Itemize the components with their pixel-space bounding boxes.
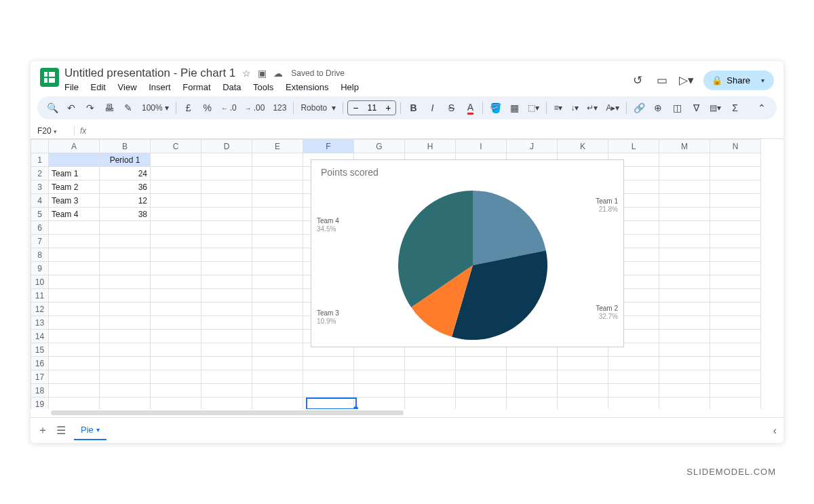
functions-button[interactable]: Σ	[726, 99, 743, 117]
fx-icon: fx	[74, 126, 92, 136]
star-icon[interactable]: ☆	[242, 68, 251, 79]
menu-view[interactable]: View	[118, 82, 137, 92]
embedded-chart[interactable]: Points scored Team 121.8% Team 232.7% Te…	[311, 159, 624, 347]
name-box[interactable]: F20 ▾	[33, 125, 74, 137]
bold-button[interactable]: B	[405, 99, 421, 117]
sheets-app-icon[interactable]	[40, 68, 59, 87]
toolbar: 🔍 ↶ ↷ 🖶 ✎ 100% ▾ £ % ←.0 →.00 123 Roboto…	[37, 96, 777, 119]
sheet-tabs: ＋ ☰ Pie ▾ ‹	[31, 417, 783, 443]
text-rotate-button[interactable]: A▸▾	[603, 99, 622, 117]
menubar: File Edit View Insert Format Data Tools …	[64, 82, 625, 92]
document-title[interactable]: Untitled presentation - Pie chart 1	[64, 66, 235, 80]
decrease-decimals-button[interactable]: ←.0	[218, 99, 239, 117]
add-sheet-button[interactable]: ＋	[37, 423, 48, 438]
chevron-down-icon[interactable]: ▾	[761, 77, 764, 84]
comments-icon[interactable]: ▭	[655, 73, 670, 88]
insert-chart-button[interactable]: ◫	[669, 99, 685, 117]
lock-icon: 🔒	[712, 75, 722, 85]
paint-format-icon[interactable]: ✎	[120, 99, 136, 117]
horizontal-align-button[interactable]: ≡▾	[551, 99, 565, 117]
print-icon[interactable]: 🖶	[101, 99, 117, 117]
separator	[482, 102, 483, 114]
separator	[176, 102, 176, 114]
sheet-tab-active[interactable]: Pie ▾	[74, 421, 106, 440]
horizontal-scrollbar[interactable]	[31, 409, 783, 417]
chevron-down-icon: ▾	[165, 103, 169, 113]
share-button[interactable]: 🔒 Share ▾	[703, 71, 774, 90]
search-menu-icon[interactable]: 🔍	[44, 99, 60, 117]
increase-decimals-button[interactable]: →.00	[242, 99, 268, 117]
watermark: SLIDEMODEL.COM	[686, 467, 776, 477]
insert-comment-button[interactable]: ⊕	[650, 99, 666, 117]
meet-icon[interactable]: ▷▾	[679, 73, 694, 88]
font-size-increase[interactable]: +	[381, 102, 395, 113]
font-size-value[interactable]: 11	[363, 103, 381, 113]
sheet-tab-label: Pie	[81, 425, 94, 435]
pie-label-team2: Team 232.7%	[596, 305, 618, 321]
separator	[400, 102, 401, 114]
app-window: Untitled presentation - Pie chart 1 ☆ ▣ …	[31, 61, 783, 443]
more-formats-button[interactable]: 123	[270, 99, 289, 117]
menu-tools[interactable]: Tools	[253, 82, 273, 92]
zoom-dropdown[interactable]: 100% ▾	[139, 99, 172, 117]
chevron-down-icon: ▾	[332, 103, 336, 113]
chart-title: Points scored	[311, 160, 623, 185]
font-family-dropdown[interactable]: Roboto ▾	[298, 99, 338, 117]
sheet-area: ABCDEFGHIJKLMN1Period 12Team 1243Team 23…	[31, 139, 783, 409]
move-folder-icon[interactable]: ▣	[258, 68, 267, 79]
menu-insert[interactable]: Insert	[149, 82, 171, 92]
percent-button[interactable]: %	[199, 99, 216, 117]
share-label: Share	[726, 75, 750, 85]
vertical-align-button[interactable]: ↓▾	[568, 99, 581, 117]
menu-edit[interactable]: Edit	[91, 82, 106, 92]
menu-file[interactable]: File	[64, 82, 79, 92]
pie-label-team1: Team 121.8%	[596, 197, 618, 214]
pie-label-team3: Team 310.9%	[317, 309, 339, 326]
explore-collapse-icon[interactable]: ‹	[773, 425, 777, 437]
text-wrap-button[interactable]: ↵▾	[584, 99, 600, 117]
merge-cells-button[interactable]: ⬚▾	[525, 99, 542, 117]
header-right-actions: ↺ ▭ ▷▾ 🔒 Share ▾	[630, 66, 774, 90]
separator	[626, 102, 627, 114]
separator	[343, 102, 343, 114]
titlebar: Untitled presentation - Pie chart 1 ☆ ▣ …	[31, 61, 783, 92]
menu-help[interactable]: Help	[341, 82, 359, 92]
chevron-down-icon[interactable]: ▾	[96, 426, 100, 433]
version-history-icon[interactable]: ↺	[630, 73, 645, 88]
redo-icon[interactable]: ↷	[82, 99, 98, 117]
insert-link-button[interactable]: 🔗	[631, 99, 647, 117]
currency-button[interactable]: £	[180, 99, 197, 117]
italic-button[interactable]: I	[424, 99, 440, 117]
pie-label-team4: Team 434.5%	[317, 217, 339, 233]
text-color-button[interactable]: A	[462, 99, 478, 117]
saved-status: Saved to Drive	[291, 69, 345, 78]
font-size-control: − 11 +	[347, 100, 396, 115]
font-size-decrease[interactable]: −	[348, 102, 363, 113]
title-area: Untitled presentation - Pie chart 1 ☆ ▣ …	[64, 66, 625, 92]
strikethrough-button[interactable]: S	[443, 99, 459, 117]
formula-bar: F20 ▾ fx	[31, 123, 783, 139]
menu-format[interactable]: Format	[182, 82, 210, 92]
borders-button[interactable]: ▦	[506, 99, 522, 117]
undo-icon[interactable]: ↶	[63, 99, 79, 117]
filter-views-button[interactable]: ▤▾	[707, 99, 724, 117]
cloud-saved-icon: ☁	[273, 68, 283, 79]
separator	[546, 102, 547, 114]
all-sheets-button[interactable]: ☰	[56, 424, 66, 437]
separator	[293, 102, 294, 114]
menu-data[interactable]: Data	[222, 82, 241, 92]
menu-extensions[interactable]: Extensions	[286, 82, 329, 92]
pie-chart	[395, 187, 551, 343]
filter-button[interactable]: ∇	[688, 99, 704, 117]
fill-color-button[interactable]: 🪣	[487, 99, 503, 117]
collapse-toolbar-button[interactable]: ⌃	[754, 99, 770, 117]
